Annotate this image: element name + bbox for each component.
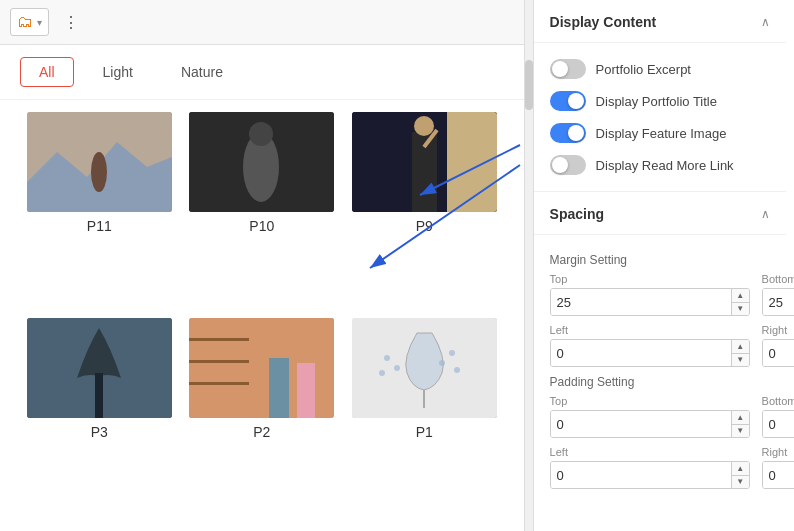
- svg-point-25: [449, 350, 455, 356]
- padding-bottom-input[interactable]: [763, 411, 794, 437]
- right-panel: Display Content ∧ Portfolio ExcerptDispl…: [533, 0, 794, 531]
- svg-point-2: [91, 152, 107, 192]
- margin-top-spinner[interactable]: ▲ ▼: [550, 288, 750, 316]
- display-content-collapse[interactable]: ∧: [761, 15, 770, 29]
- left-panel: 🗂 ▾ ⋮ All Light Nature P11P10P9P3P2P1: [0, 0, 525, 531]
- padding-top-label: Top: [550, 395, 750, 407]
- portfolio-item-p3[interactable]: P3: [20, 318, 179, 520]
- svg-point-10: [414, 116, 434, 136]
- margin-bottom-input[interactable]: [763, 289, 794, 315]
- margin-left-spinner[interactable]: ▲ ▼: [550, 339, 750, 367]
- dots-icon: ⋮: [63, 14, 79, 31]
- svg-rect-17: [269, 358, 289, 418]
- padding-top-spinner[interactable]: ▲ ▼: [550, 410, 750, 438]
- filter-tab-nature[interactable]: Nature: [162, 57, 242, 87]
- svg-rect-14: [189, 338, 249, 341]
- margin-top-label: Top: [550, 273, 750, 285]
- portfolio-item-p9[interactable]: P9: [345, 112, 504, 314]
- toggle-row-display-feature-image: Display Feature Image: [550, 117, 770, 149]
- padding-left-spinner[interactable]: ▲ ▼: [550, 461, 750, 489]
- toggle-row-display-read-more: Display Read More Link: [550, 149, 770, 181]
- svg-point-22: [384, 355, 390, 361]
- padding-left-input[interactable]: [551, 462, 731, 488]
- margin-top-down[interactable]: ▼: [732, 303, 749, 316]
- padding-setting-label: Padding Setting: [550, 375, 770, 389]
- toggle-display-read-more[interactable]: [550, 155, 586, 175]
- portfolio-item-p10[interactable]: P10: [183, 112, 342, 314]
- portfolio-label-p2: P2: [253, 424, 270, 440]
- portfolio-item-p2[interactable]: P2: [183, 318, 342, 520]
- svg-point-5: [249, 122, 273, 146]
- margin-left-arrows: ▲ ▼: [731, 340, 749, 366]
- svg-rect-15: [189, 360, 249, 363]
- display-content-body: Portfolio ExcerptDisplay Portfolio Title…: [534, 43, 786, 191]
- portfolio-item-p1[interactable]: P1: [345, 318, 504, 520]
- padding-right-input[interactable]: [763, 462, 794, 488]
- padding-right-spinner[interactable]: ▲ ▼: [762, 461, 794, 489]
- margin-left-up[interactable]: ▲: [732, 340, 749, 354]
- display-content-header: Display Content ∧: [534, 0, 786, 43]
- margin-right-input[interactable]: [763, 340, 794, 366]
- toggle-knob-display-feature-image: [568, 125, 584, 141]
- margin-left-group: Left ▲ ▼: [550, 324, 750, 367]
- toggle-portfolio-excerpt[interactable]: [550, 59, 586, 79]
- display-content-title: Display Content: [550, 14, 657, 30]
- margin-right-spinner[interactable]: ▲ ▼: [762, 339, 794, 367]
- toggle-label-display-portfolio-title: Display Portfolio Title: [596, 94, 717, 109]
- portfolio-thumb-p11: [27, 112, 172, 212]
- svg-point-21: [394, 365, 400, 371]
- portfolio-item-p11[interactable]: P11: [20, 112, 179, 314]
- portfolio-thumb-p3: [27, 318, 172, 418]
- margin-bottom-group: Bottom ▲ ▼: [762, 273, 794, 316]
- folder-button[interactable]: 🗂 ▾: [10, 8, 49, 36]
- toolbar: 🗂 ▾ ⋮: [0, 0, 524, 45]
- padding-left-label: Left: [550, 446, 750, 458]
- portfolio-thumb-p9: [352, 112, 497, 212]
- portfolio-thumb-p10: [189, 112, 334, 212]
- spacing-title: Spacing: [550, 206, 604, 222]
- dropdown-arrow: ▾: [37, 17, 42, 28]
- margin-top-input[interactable]: [551, 289, 731, 315]
- scrollbar[interactable]: [525, 0, 533, 531]
- toggle-label-portfolio-excerpt: Portfolio Excerpt: [596, 62, 691, 77]
- svg-point-26: [454, 367, 460, 373]
- portfolio-label-p1: P1: [416, 424, 433, 440]
- spacing-header: Spacing ∧: [534, 192, 786, 235]
- padding-right-group: Right ▲ ▼: [762, 446, 794, 489]
- padding-top-arrows: ▲ ▼: [731, 411, 749, 437]
- padding-top-down[interactable]: ▼: [732, 425, 749, 438]
- toggle-knob-portfolio-excerpt: [552, 61, 568, 77]
- padding-bottom-label: Bottom: [762, 395, 794, 407]
- toggle-display-portfolio-title[interactable]: [550, 91, 586, 111]
- svg-rect-18: [297, 363, 315, 418]
- toggle-label-display-feature-image: Display Feature Image: [596, 126, 727, 141]
- toggle-label-display-read-more: Display Read More Link: [596, 158, 734, 173]
- padding-bottom-spinner[interactable]: ▲ ▼: [762, 410, 794, 438]
- margin-top-up[interactable]: ▲: [732, 289, 749, 303]
- svg-point-24: [439, 360, 445, 366]
- toggle-display-feature-image[interactable]: [550, 123, 586, 143]
- padding-left-down[interactable]: ▼: [732, 476, 749, 489]
- margin-left-label: Left: [550, 324, 750, 336]
- padding-left-up[interactable]: ▲: [732, 462, 749, 476]
- more-options-button[interactable]: ⋮: [57, 9, 85, 36]
- margin-right-group: Right ▲ ▼: [762, 324, 794, 367]
- padding-left-right-row: Left ▲ ▼ Right ▲ ▼: [550, 446, 770, 489]
- spacing-body: Margin Setting Top ▲ ▼ Bottom: [534, 235, 786, 507]
- margin-left-down[interactable]: ▼: [732, 354, 749, 367]
- portfolio-thumb-p2: [189, 318, 334, 418]
- filter-tab-light[interactable]: Light: [84, 57, 152, 87]
- margin-left-input[interactable]: [551, 340, 731, 366]
- svg-rect-12: [95, 373, 103, 418]
- spacing-collapse[interactable]: ∧: [761, 207, 770, 221]
- margin-bottom-spinner[interactable]: ▲ ▼: [762, 288, 794, 316]
- filter-tab-all[interactable]: All: [20, 57, 74, 87]
- padding-left-arrows: ▲ ▼: [731, 462, 749, 488]
- margin-bottom-label: Bottom: [762, 273, 794, 285]
- padding-left-group: Left ▲ ▼: [550, 446, 750, 489]
- padding-top-up[interactable]: ▲: [732, 411, 749, 425]
- padding-top-input[interactable]: [551, 411, 731, 437]
- portfolio-thumb-p1: [352, 318, 497, 418]
- folder-icon: 🗂: [17, 13, 33, 31]
- portfolio-label-p11: P11: [87, 218, 112, 234]
